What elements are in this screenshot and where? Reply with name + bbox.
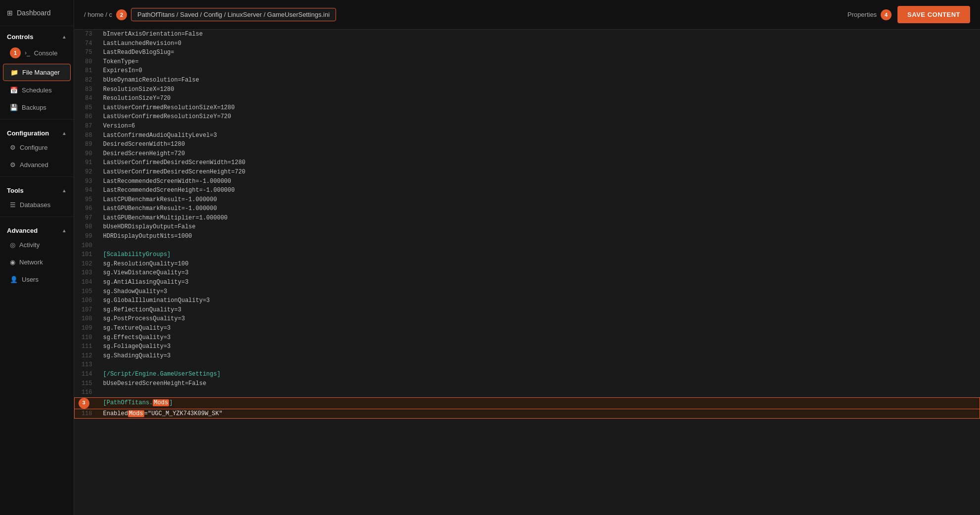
- line-content[interactable]: ResolutionSizeX=1280: [98, 85, 980, 94]
- table-row: 113: [75, 360, 980, 370]
- code-editor[interactable]: 73bInvertAxisOrientation=False74LastLaun…: [74, 30, 980, 515]
- sidebar-item-configure[interactable]: ⚙ Configure: [3, 139, 71, 156]
- line-content[interactable]: sg.ShadowQuality=3: [98, 287, 980, 297]
- table-row: 74LastLaunchedRevision=0: [75, 39, 980, 48]
- sidebar-item-databases[interactable]: ☰ Databases: [3, 197, 71, 213]
- section-controls: Controls ▲: [0, 26, 74, 43]
- table-row: 115bUseDesiredScreenHeight=False: [75, 379, 980, 388]
- table-row: 80TokenType=: [75, 57, 980, 67]
- line-content[interactable]: LastUserConfirmedDesiredScreenWidth=1280: [98, 158, 980, 168]
- line-content[interactable]: ExpiresIn=0: [98, 66, 980, 76]
- line-content[interactable]: sg.ViewDistanceQuality=3: [98, 268, 980, 278]
- table-row: 88LastConfirmedAudioQualityLevel=3: [75, 131, 980, 140]
- line-content[interactable]: sg.GlobalIlluminationQuality=3: [98, 296, 980, 305]
- sidebar-item-schedules[interactable]: 📅 Schedules: [3, 82, 71, 98]
- line-content[interactable]: DesiredScreenWidth=1280: [98, 140, 980, 149]
- sidebar-item-console[interactable]: 1 ›_ Console: [3, 43, 71, 63]
- line-content[interactable]: LastUserConfirmedResolutionSizeX=1280: [98, 103, 980, 113]
- advanced-chevron: ▲: [62, 228, 67, 233]
- line-content[interactable]: LastLaunchedRevision=0: [98, 39, 980, 48]
- line-content[interactable]: bUseHDRDisplayOutput=False: [98, 222, 980, 232]
- line-content[interactable]: TokenType=: [98, 57, 980, 67]
- badge-3: 3: [79, 398, 89, 409]
- sidebar-item-network[interactable]: ◉ Network: [3, 254, 71, 270]
- main-content: / home / c 2 PathOfTitans / Saved / Conf…: [74, 0, 980, 515]
- table-row: 94LastRecommendedScreenHeight=-1.000000: [75, 186, 980, 195]
- save-content-button[interactable]: SAVE CONTENT: [897, 6, 970, 23]
- line-content[interactable]: [98, 388, 980, 397]
- section-tools-label: Tools: [7, 187, 24, 194]
- line-content[interactable]: sg.ResolutionQuality=100: [98, 259, 980, 269]
- table-row: 107sg.ReflectionQuality=3: [75, 305, 980, 315]
- sidebar-item-backups[interactable]: 💾 Backups: [3, 99, 71, 116]
- line-content[interactable]: Version=6: [98, 122, 980, 131]
- line-content[interactable]: sg.TextureQuality=3: [98, 324, 980, 333]
- table-row: 109sg.TextureQuality=3: [75, 324, 980, 333]
- line-content[interactable]: LastRecommendedScreenHeight=-1.000000: [98, 186, 980, 195]
- line-content[interactable]: sg.EffectsQuality=3: [98, 333, 980, 343]
- table-row: 114[/Script/Engine.GameUserSettings]: [75, 370, 980, 379]
- line-content[interactable]: sg.PostProcessQuality=3: [98, 314, 980, 324]
- line-number: 115: [75, 379, 98, 388]
- line-number: 112: [75, 351, 98, 361]
- sidebar-label-databases: Databases: [20, 201, 50, 209]
- line-content[interactable]: HDRDisplayOutputNits=1000: [98, 232, 980, 241]
- line-number: 109: [75, 324, 98, 333]
- table-row: 95LastCPUBenchmarkResult=-1.000000: [75, 195, 980, 205]
- table-row: 3[PathOfTitans.Mods]: [75, 397, 980, 409]
- line-content[interactable]: bInvertAxisOrientation=False: [98, 30, 980, 39]
- sidebar-item-users[interactable]: 👤 Users: [3, 271, 71, 288]
- line-number: 105: [75, 287, 98, 297]
- line-content[interactable]: [98, 360, 980, 370]
- line-content[interactable]: bUseDynamicResolution=False: [98, 76, 980, 85]
- section-configuration-label: Configuration: [7, 129, 49, 137]
- line-content[interactable]: LastReadDevBlogSlug=: [98, 48, 980, 57]
- sidebar-item-advanced-config[interactable]: ⚙ Advanced: [3, 157, 71, 173]
- table-row: 82bUseDynamicResolution=False: [75, 76, 980, 85]
- line-number: 92: [75, 168, 98, 177]
- breadcrumb-path: PathOfTitans / Saved / Config / LinuxSer…: [131, 8, 336, 21]
- sidebar-item-activity[interactable]: ◎ Activity: [3, 237, 71, 253]
- line-content[interactable]: LastUserConfirmedResolutionSizeY=720: [98, 112, 980, 122]
- line-content[interactable]: sg.ShadingQuality=3: [98, 351, 980, 361]
- badge-1: 1: [10, 47, 21, 58]
- table-row: 85LastUserConfirmedResolutionSizeX=1280: [75, 103, 980, 113]
- sidebar-label-schedules: Schedules: [22, 86, 52, 94]
- line-content[interactable]: ResolutionSizeY=720: [98, 94, 980, 103]
- line-content[interactable]: LastGPUBenchmarkMultiplier=1.000000: [98, 214, 980, 223]
- code-table: 73bInvertAxisOrientation=False74LastLaun…: [74, 30, 980, 419]
- line-content[interactable]: sg.ReflectionQuality=3: [98, 305, 980, 315]
- line-number: 93: [75, 177, 98, 186]
- line-content[interactable]: [/Script/Engine.GameUserSettings]: [98, 370, 980, 379]
- line-content[interactable]: [PathOfTitans.Mods]: [98, 397, 980, 409]
- line-content[interactable]: LastUserConfirmedDesiredScreenHeight=720: [98, 168, 980, 177]
- table-row: 89DesiredScreenWidth=1280: [75, 140, 980, 149]
- line-content[interactable]: [ScalabilityGroups]: [98, 250, 980, 259]
- line-number: 73: [75, 30, 98, 39]
- line-content[interactable]: LastConfirmedAudioQualityLevel=3: [98, 131, 980, 140]
- table-row: 90DesiredScreenHeight=720: [75, 149, 980, 159]
- line-content[interactable]: sg.AntiAliasingQuality=3: [98, 278, 980, 287]
- table-row: 73bInvertAxisOrientation=False: [75, 30, 980, 39]
- sidebar-item-file-manager[interactable]: 📁 File Manager: [3, 64, 71, 81]
- line-number: 111: [75, 342, 98, 351]
- line-content[interactable]: LastRecommendedScreenWidth=-1.000000: [98, 177, 980, 186]
- line-number: 91: [75, 158, 98, 168]
- section-controls-label: Controls: [7, 33, 33, 41]
- line-number: 86: [75, 112, 98, 122]
- sidebar-label-activity: Activity: [19, 241, 40, 249]
- line-content[interactable]: LastGPUBenchmarkResult=-1.000000: [98, 204, 980, 214]
- properties-label: Properties: [848, 11, 877, 18]
- table-row: 103sg.ViewDistanceQuality=3: [75, 268, 980, 278]
- line-content[interactable]: [98, 241, 980, 251]
- dashboard-link[interactable]: ⊞ Dashboard: [0, 0, 74, 26]
- line-content[interactable]: sg.FoliageQuality=3: [98, 342, 980, 351]
- schedules-icon: 📅: [10, 86, 18, 94]
- line-content[interactable]: LastCPUBenchmarkResult=-1.000000: [98, 195, 980, 205]
- line-number: 75: [75, 48, 98, 57]
- table-row: 87Version=6: [75, 122, 980, 131]
- sidebar-label-backups: Backups: [22, 104, 46, 111]
- line-content[interactable]: EnabledMods="UGC_M_YZK743K09W_SK": [98, 409, 980, 419]
- line-content[interactable]: DesiredScreenHeight=720: [98, 149, 980, 159]
- line-content[interactable]: bUseDesiredScreenHeight=False: [98, 379, 980, 388]
